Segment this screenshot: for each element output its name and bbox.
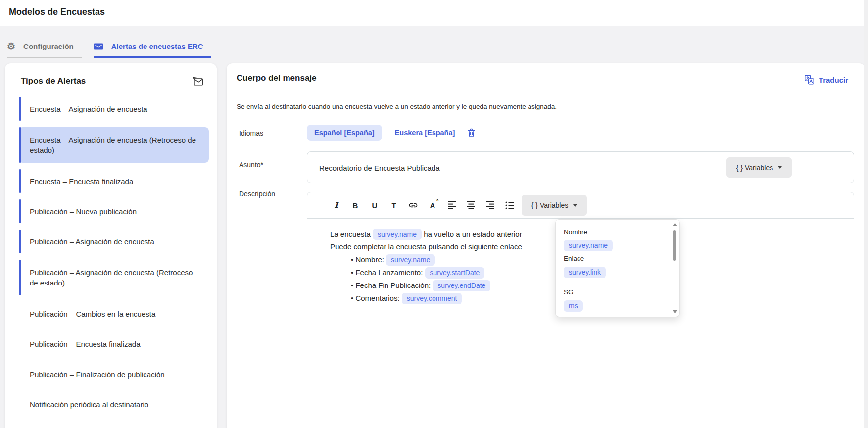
toolbar-underline-button[interactable]: U (369, 199, 381, 211)
alert-type-item[interactable]: Publicación – Encuesta finalizada (19, 332, 209, 356)
tab-alertas-de-encuestas-erc[interactable]: Alertas de encuestas ERC (94, 42, 211, 58)
subject-variables-button[interactable]: { } Variables (726, 157, 792, 178)
toolbar-strikethrough-button[interactable]: T (388, 199, 400, 211)
language-chip[interactable]: Euskera [España] (395, 129, 455, 137)
alert-type-label: Encuesta – Asignación de encuesta (30, 104, 147, 114)
panel-description: Se envía al destinatario cuando una encu… (237, 103, 557, 110)
description-label: Descripción (239, 190, 275, 198)
variable-chip[interactable]: survey.endDate (433, 280, 490, 291)
chevron-down-icon (573, 204, 577, 207)
alert-type-item[interactable]: Notificación periódica al destinatario (19, 392, 209, 416)
subject-field: { } Variables (307, 151, 854, 183)
delete-language-button[interactable] (468, 128, 475, 137)
active-indicator-bar (19, 199, 21, 223)
language-chip-selected[interactable]: Español [España] (307, 125, 382, 141)
alert-type-label: Publicación – Asignación de encuesta (Re… (30, 267, 202, 288)
toolbar-italic-button[interactable]: I (330, 199, 342, 211)
list-icon (505, 200, 515, 210)
variables-group-label: SG (564, 288, 662, 296)
toolbar-link-button[interactable] (407, 199, 419, 211)
alert-type-item[interactable]: Encuesta – Asignación de encuesta (Retro… (19, 127, 209, 163)
tab-label: Configuración (23, 42, 74, 50)
editor-variables-button[interactable]: { } Variables (522, 195, 587, 216)
alert-type-item[interactable]: Publicación – Finalización de publicació… (19, 362, 209, 386)
alert-type-label: Publicación – Nueva publicación (30, 206, 137, 217)
variables-dropdown: Nombresurvey.nameEnlacesurvey.linkSGms (555, 219, 680, 317)
alert-type-item[interactable]: Encuesta – Encuesta finalizada (19, 169, 209, 193)
active-indicator-bar (19, 169, 21, 193)
strikethrough-icon: T (391, 201, 396, 210)
underline-icon: U (372, 201, 378, 210)
toolbar-bold-button[interactable]: B (349, 199, 361, 211)
variables-label: { } Variables (531, 201, 568, 209)
message-body-panel: Cuerpo del mensaje Traducir Se envía al … (227, 63, 865, 428)
italic-icon: I (334, 201, 338, 210)
scroll-up-icon[interactable] (673, 223, 677, 226)
variable-chip[interactable]: ms (564, 300, 583, 312)
chevron-down-icon (778, 166, 782, 169)
trash-icon (468, 128, 475, 137)
alert-type-label: Notificación periódica al destinatario (30, 399, 148, 410)
mail-icon (94, 43, 103, 50)
variable-chip[interactable]: survey.name (373, 229, 422, 240)
translate-label: Traducir (819, 76, 848, 84)
tab-label: Alertas de encuestas ERC (111, 42, 203, 50)
toolbar-list-button[interactable] (504, 199, 516, 211)
alert-types-panel: Tipos de Alertas Encuesta – Asignación d… (5, 63, 217, 428)
variable-chip[interactable]: survey.startDate (425, 267, 485, 279)
active-indicator-bar (19, 127, 21, 163)
scroll-down-icon[interactable] (673, 310, 677, 314)
variable-chip[interactable]: survey.comment (402, 293, 462, 304)
active-indicator-bar (19, 230, 21, 253)
variables-group: SGms (564, 288, 662, 312)
alert-type-item[interactable]: Publicación – Nueva publicación (19, 199, 209, 223)
toolbar-font-color-button[interactable]: A° (427, 199, 438, 211)
language-chips: Español [España] Euskera [España] (307, 125, 475, 141)
toolbar-align-center-button[interactable] (465, 199, 477, 211)
alert-type-item[interactable]: Encuesta – Asignación de encuesta (19, 97, 209, 121)
translate-button[interactable]: Traducir (801, 74, 851, 85)
toolbar-align-left-button[interactable] (446, 199, 458, 211)
page-scrollbar[interactable] (864, 0, 868, 428)
alert-type-item[interactable]: Publicación – Asignación de encuesta (Re… (19, 260, 209, 295)
alert-type-item[interactable]: Publicación – Asignación de encuesta (19, 230, 209, 253)
link-icon (408, 200, 418, 210)
panel-title: Cuerpo del mensaje (237, 73, 317, 83)
variables-dropdown-groups: Nombresurvey.nameEnlacesurvey.linkSGms (556, 220, 679, 317)
subject-input[interactable] (318, 152, 706, 184)
top-bar: Modelos de Encuestas (0, 0, 868, 26)
tab-bar: ⚙ Configuración Alertas de encuestas ERC (7, 42, 211, 58)
page-title: Modelos de Encuestas (9, 7, 105, 17)
variable-chip[interactable]: survey.name (564, 240, 613, 251)
translate-icon (804, 75, 815, 85)
toolbar-icons: IBUTA° (330, 199, 516, 211)
mail-forward-icon[interactable] (193, 77, 204, 86)
alert-types-title: Tipos de Alertas (21, 76, 86, 86)
font-color-icon: A° (430, 201, 435, 210)
alert-type-label: Encuesta – Encuesta finalizada (30, 176, 133, 187)
variables-label: { } Variables (736, 164, 773, 172)
tab-configuracion[interactable]: ⚙ Configuración (7, 42, 82, 58)
languages-label: Idiomas (239, 129, 263, 137)
divider (719, 152, 719, 183)
variable-chip[interactable]: survey.link (564, 267, 606, 278)
bold-icon: B (353, 201, 358, 210)
alert-type-label: Encuesta – Asignación de encuesta (Retro… (30, 135, 202, 155)
alert-type-item[interactable]: Publicación – Cambios en la encuesta (19, 302, 209, 326)
align-center-icon (466, 200, 476, 210)
align-left-icon (447, 200, 457, 210)
gear-icon: ⚙ (7, 42, 15, 51)
variables-group-label: Enlace (564, 255, 662, 262)
alert-type-label: Publicación – Finalización de publicació… (30, 369, 165, 380)
subject-label: Asunto* (239, 161, 263, 169)
dropdown-scrollbar[interactable] (672, 222, 678, 315)
variables-group-label: Nombre (564, 228, 662, 236)
variable-chip[interactable]: survey.name (386, 254, 435, 266)
active-indicator-bar (19, 97, 21, 121)
active-indicator-bar (19, 260, 21, 295)
align-right-icon (485, 200, 495, 210)
toolbar-align-right-button[interactable] (484, 199, 496, 211)
alert-types-list: Encuesta – Asignación de encuestaEncuest… (5, 97, 217, 416)
scrollbar-thumb[interactable] (673, 230, 676, 261)
alert-type-label: Publicación – Encuesta finalizada (30, 339, 140, 349)
